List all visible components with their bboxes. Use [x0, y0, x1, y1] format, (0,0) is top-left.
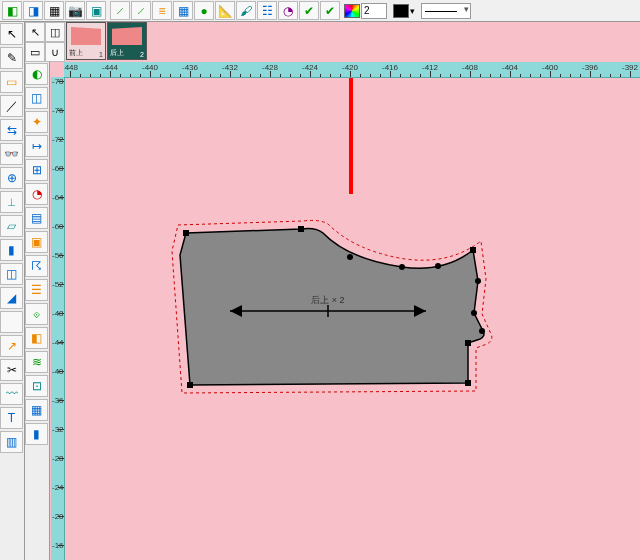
tool-l2-icon[interactable]: ◫: [25, 87, 48, 109]
measure-icon[interactable]: ⟂: [0, 191, 23, 213]
align-icon[interactable]: ≡: [152, 1, 172, 20]
cursor-icon[interactable]: ↖: [0, 23, 23, 45]
layer-icon[interactable]: ◫: [0, 263, 23, 285]
svg-point-12: [479, 328, 485, 334]
tool-l4-icon[interactable]: ↦: [25, 135, 48, 157]
text-icon[interactable]: T: [0, 407, 23, 429]
tool-l1-icon[interactable]: ◐: [25, 63, 48, 85]
shape-icon[interactable]: ●: [194, 1, 214, 20]
camera-icon[interactable]: 📷: [65, 1, 85, 20]
tool-b-icon[interactable]: ◨: [23, 1, 43, 20]
tool-l3-icon[interactable]: ✦: [25, 111, 48, 133]
transform-icon[interactable]: ◫: [45, 22, 65, 42]
piece-index: 2: [140, 51, 144, 58]
tool-l7-icon[interactable]: ▤: [25, 207, 48, 229]
piece-label: 前上: [69, 48, 83, 58]
svg-rect-4: [183, 230, 189, 236]
svg-rect-9: [470, 247, 476, 253]
rect-icon[interactable]: ▭: [0, 71, 23, 93]
svg-rect-15: [187, 382, 193, 388]
tool-l16-icon[interactable]: ▮: [25, 423, 48, 445]
top-toolbar: ◧ ◨ ▦ 📷 ▣ ⟋ ⟋ ≡ ▦ ● 📐 🖌 ☷ ◔ ✔ ✔ ▾: [0, 0, 640, 22]
piece-panel: ↖ ▭ ◫ ∪ 前上 1 后上 2: [25, 22, 147, 62]
pattern-piece[interactable]: 后上 × 2: [170, 215, 510, 437]
color-picker[interactable]: [344, 1, 387, 20]
tool-l8-icon[interactable]: ▣: [25, 231, 48, 253]
canvas[interactable]: 后上 × 2: [65, 78, 640, 560]
layers-icon[interactable]: ☷: [257, 1, 277, 20]
piece-outline[interactable]: [180, 229, 484, 386]
fill-swatch-icon: [393, 4, 409, 18]
svg-point-6: [347, 254, 353, 260]
horizontal-ruler: -448-444-440-436-432-428-424-420-416-412…: [64, 62, 640, 78]
palette-icon[interactable]: ◔: [278, 1, 298, 20]
wave-icon[interactable]: 〰: [0, 383, 23, 405]
grid-icon[interactable]: ▦: [173, 1, 193, 20]
pencil-icon[interactable]: ✎: [0, 47, 23, 69]
svg-rect-14: [465, 380, 471, 386]
tool-l12-icon[interactable]: ◧: [25, 327, 48, 349]
tool-l11-icon[interactable]: ⟐: [25, 303, 48, 325]
tool-l6-icon[interactable]: ◔: [25, 183, 48, 205]
bucket-icon[interactable]: ∪: [45, 42, 65, 62]
compass-icon[interactable]: ⊕: [0, 167, 23, 189]
shape2-icon[interactable]: ◢: [0, 287, 23, 309]
scissor-icon[interactable]: ✂: [0, 359, 23, 381]
arrow-tool-icon[interactable]: ↖: [25, 22, 45, 42]
tool-a-icon[interactable]: ◧: [2, 1, 22, 20]
piece-center-label: 后上 × 2: [311, 295, 344, 305]
line-style-select[interactable]: [421, 3, 471, 19]
brush-icon[interactable]: 🖌: [236, 1, 256, 20]
curve2-icon[interactable]: ⟋: [131, 1, 151, 20]
tool-l9-icon[interactable]: ☈: [25, 255, 48, 277]
none-icon[interactable]: [0, 311, 23, 333]
fill-color-picker[interactable]: ▾: [393, 1, 415, 20]
tool-l5-icon[interactable]: ⊞: [25, 159, 48, 181]
tool-l10-icon[interactable]: ☰: [25, 279, 48, 301]
left-toolbar-1: ↖ ✎ ▭ ／ ⇆ 👓 ⊕ ⟂ ▱ ▮ ◫ ◢ ↗ ✂ 〰 T ▥: [0, 22, 25, 560]
piece-thumb-1[interactable]: 前上 1: [66, 22, 106, 60]
svg-point-10: [475, 278, 481, 284]
check2-icon[interactable]: ✔: [320, 1, 340, 20]
tool-l15-icon[interactable]: ▦: [25, 399, 48, 421]
svg-point-7: [399, 264, 405, 270]
window-icon[interactable]: ▣: [86, 1, 106, 20]
rainbow-swatch-icon: [344, 4, 360, 18]
mirror-icon[interactable]: ⇆: [0, 119, 23, 141]
annotation-arrow: [301, 78, 381, 204]
svg-rect-13: [465, 340, 471, 346]
left-toolbar-2: ◐ ◫ ✦ ↦ ⊞ ◔ ▤ ▣ ☈ ☰ ⟐ ◧ ≋ ⊡ ▦ ▮: [25, 62, 50, 560]
bag-icon[interactable]: ▱: [0, 215, 23, 237]
ruler-icon[interactable]: 📐: [215, 1, 235, 20]
tool-c-icon[interactable]: ▦: [44, 1, 64, 20]
svg-point-8: [435, 263, 441, 269]
glasses-icon[interactable]: 👓: [0, 143, 23, 165]
select-rect-icon[interactable]: ▭: [25, 42, 45, 62]
vertical-ruler: -78-76-72-68-64-60-56-52-48-44-40-36-32-…: [51, 77, 65, 560]
tool-l13-icon[interactable]: ≋: [25, 351, 48, 373]
piece-index: 1: [99, 51, 103, 58]
stripe-icon[interactable]: ▥: [0, 431, 23, 453]
stack-icon[interactable]: ▮: [0, 239, 23, 261]
svg-point-11: [471, 310, 477, 316]
arrow-icon[interactable]: ↗: [0, 335, 23, 357]
line-icon[interactable]: ／: [0, 95, 23, 117]
piece-label: 后上: [110, 48, 124, 58]
svg-rect-5: [298, 226, 304, 232]
check1-icon[interactable]: ✔: [299, 1, 319, 20]
curve1-icon[interactable]: ⟋: [110, 1, 130, 20]
tool-l14-icon[interactable]: ⊡: [25, 375, 48, 397]
piece-thumb-2[interactable]: 后上 2: [107, 22, 147, 60]
value-input[interactable]: [361, 3, 387, 19]
